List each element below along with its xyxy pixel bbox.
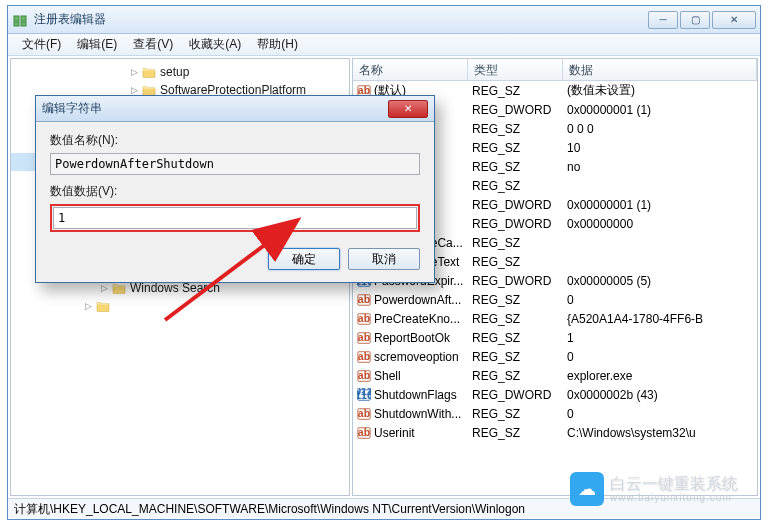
binary-icon [357,388,371,402]
menu-file[interactable]: 文件(F) [14,34,69,55]
value-highlight [50,204,420,232]
value-data: 0x00000001 (1) [563,198,757,212]
maximize-button[interactable]: ▢ [680,11,710,29]
tree-label: setup [160,65,189,79]
list-row[interactable]: PreCreateKno...REG_SZ{A520A1A4-1780-4FF6… [353,309,757,328]
minimize-button[interactable]: ─ [648,11,678,29]
value-data: 0x00000000 [563,217,757,231]
watermark-url: www.baiyunxitong.com [610,492,738,503]
value-name: Userinit [374,426,415,440]
tree-label: Windows Search [130,281,220,295]
value-name: ShutdownFlags [374,388,457,402]
value-data: 0x00000001 (1) [563,103,757,117]
data-input[interactable] [53,207,417,229]
tree-item[interactable]: ▷setup [11,63,349,81]
folder-icon [96,300,110,312]
list-row[interactable]: PowerdownAft...REG_SZ0 [353,290,757,309]
list-row[interactable]: ShutdownFlagsREG_DWORD0x0000002b (43) [353,385,757,404]
value-data: 0 [563,350,757,364]
window-title: 注册表编辑器 [34,11,648,28]
value-type: REG_DWORD [468,198,563,212]
list-header: 名称 类型 数据 [353,59,757,81]
value-data: {A520A1A4-1780-4FF6-B [563,312,757,326]
string-icon [357,331,371,345]
menubar: 文件(F) 编辑(E) 查看(V) 收藏夹(A) 帮助(H) [8,34,760,56]
value-type: REG_DWORD [468,388,563,402]
string-icon [357,350,371,364]
ok-button[interactable]: 确定 [268,248,340,270]
value-type: REG_SZ [468,293,563,307]
cancel-button[interactable]: 取消 [348,248,420,270]
value-type: REG_SZ [468,312,563,326]
value-type: REG_SZ [468,179,563,193]
col-data[interactable]: 数据 [563,59,757,80]
value-type: REG_SZ [468,350,563,364]
value-name: PreCreateKno... [374,312,460,326]
value-type: REG_DWORD [468,274,563,288]
string-icon [357,312,371,326]
value-type: REG_SZ [468,331,563,345]
string-icon [357,426,371,440]
menu-edit[interactable]: 编辑(E) [69,34,125,55]
list-row[interactable]: ShellREG_SZexplorer.exe [353,366,757,385]
value-data: 1 [563,331,757,345]
value-type: REG_DWORD [468,217,563,231]
data-label: 数值数据(V): [50,183,420,200]
dialog-titlebar[interactable]: 编辑字符串 ✕ [36,96,434,122]
col-name[interactable]: 名称 [353,59,468,80]
value-name: ReportBootOk [374,331,450,345]
string-icon [357,293,371,307]
dialog-title: 编辑字符串 [42,100,388,117]
folder-icon [142,66,156,78]
col-type[interactable]: 类型 [468,59,563,80]
value-type: REG_SZ [468,141,563,155]
string-icon [357,407,371,421]
list-row[interactable]: scremoveoptionREG_SZ0 [353,347,757,366]
list-row[interactable]: UserinitREG_SZC:\Windows\system32\u [353,423,757,442]
folder-icon [112,282,126,294]
name-label: 数值名称(N): [50,132,420,149]
value-data: explorer.exe [563,369,757,383]
value-type: REG_SZ [468,236,563,250]
app-icon [12,12,28,28]
menu-view[interactable]: 查看(V) [125,34,181,55]
value-data: 0 [563,293,757,307]
value-data: 0x00000005 (5) [563,274,757,288]
value-type: REG_SZ [468,160,563,174]
watermark-brand: 白云一键重装系统 [610,475,738,493]
expander-icon[interactable]: ▷ [129,85,140,96]
value-name: ShutdownWith... [374,407,461,421]
value-type: REG_SZ [468,407,563,421]
value-data: 0 0 0 [563,122,757,136]
list-row[interactable]: ReportBootOkREG_SZ1 [353,328,757,347]
close-button[interactable]: ✕ [712,11,756,29]
expander-icon[interactable]: ▷ [83,301,94,312]
value-name: scremoveoption [374,350,459,364]
tree-item[interactable]: ▷ [11,297,349,315]
name-input [50,153,420,175]
value-data: C:\Windows\system32\u [563,426,757,440]
menu-help[interactable]: 帮助(H) [249,34,306,55]
value-name: PowerdownAft... [374,293,461,307]
menu-favorites[interactable]: 收藏夹(A) [181,34,249,55]
value-type: REG_SZ [468,122,563,136]
value-data: 0 [563,407,757,421]
value-type: REG_SZ [468,255,563,269]
value-type: REG_SZ [468,369,563,383]
titlebar[interactable]: 注册表编辑器 ─ ▢ ✕ [8,6,760,34]
expander-icon[interactable]: ▷ [129,67,140,78]
value-data: 10 [563,141,757,155]
dialog-close-button[interactable]: ✕ [388,100,428,118]
value-data: no [563,160,757,174]
string-icon [357,369,371,383]
value-type: REG_SZ [468,426,563,440]
value-data: (数值未设置) [563,82,757,99]
expander-icon[interactable]: ▷ [99,283,110,294]
value-type: REG_DWORD [468,103,563,117]
value-name: Shell [374,369,401,383]
watermark: ☁ 白云一键重装系统 www.baiyunxitong.com [570,472,738,506]
watermark-icon: ☁ [570,472,604,506]
value-type: REG_SZ [468,84,563,98]
list-row[interactable]: ShutdownWith...REG_SZ0 [353,404,757,423]
value-data: 0x0000002b (43) [563,388,757,402]
